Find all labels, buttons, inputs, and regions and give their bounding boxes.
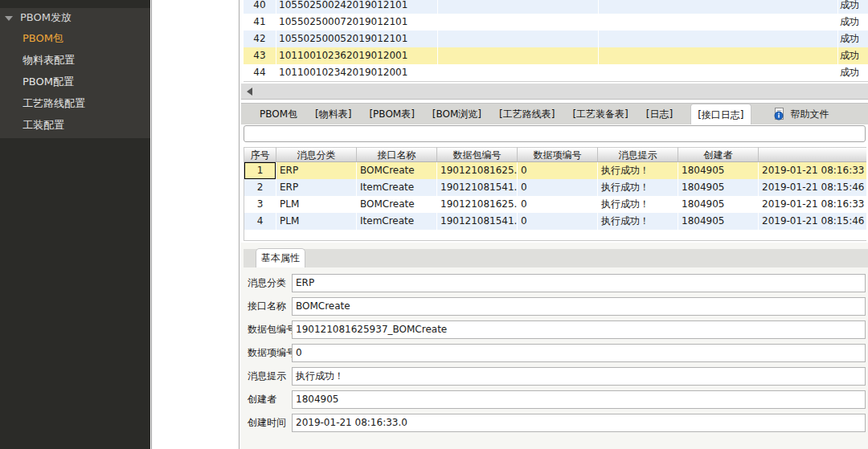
log-cell: 执行成功！	[598, 162, 678, 179]
tab[interactable]: [PBOM表]	[369, 108, 414, 121]
field-value-input[interactable]: 0	[292, 344, 866, 362]
release-table-cell: 44	[244, 64, 276, 81]
log-cell: ItemCreate	[357, 179, 437, 196]
release-table-cell: 105502500072019012101	[276, 14, 438, 31]
release-table-cell: 43	[244, 47, 276, 64]
release-table: 40105502500242019012101成功411055025000720…	[244, 0, 868, 82]
tab[interactable]: [工艺装备表]	[572, 108, 628, 121]
help-file-label: 帮助文件	[791, 108, 829, 121]
tab-bar: PBOM包[物料表][PBOM表][BOM浏览][工艺路线表][工艺装备表][日…	[241, 103, 868, 124]
sidebar-item[interactable]: 物料表配置	[0, 49, 150, 71]
log-column-header[interactable]: 序号	[244, 147, 276, 162]
sidebar-item[interactable]: PBOM配置	[0, 71, 150, 92]
release-table-cell	[599, 31, 838, 47]
field-label: 数据项编号	[248, 344, 292, 362]
sidebar-group-label: PBOM发放	[20, 11, 72, 23]
release-table-cell	[599, 64, 838, 81]
log-cell: ERP	[276, 179, 357, 196]
detail-panel: 基本属性 消息分类ERP接口名称BOMCreate数据包编号1901210816…	[241, 243, 868, 449]
log-cell: 190121081625...	[437, 196, 518, 213]
field-label: 创建时间	[248, 414, 292, 432]
log-row[interactable]: 2ERPItemCreate190121081541...0执行成功！18049…	[244, 179, 866, 196]
log-table-header: 序号消息分类接口名称数据包编号数据项编号消息提示创建者	[244, 147, 866, 162]
log-cell: ERP	[276, 162, 357, 179]
field-value-input[interactable]: 190121081625937_BOMCreate	[292, 320, 866, 339]
help-document-info-icon	[773, 108, 786, 120]
detail-field-row: 消息分类ERP	[248, 274, 868, 292]
release-table-cell: 成功	[838, 14, 867, 31]
tab[interactable]: [工艺路线表]	[499, 108, 555, 121]
sidebar-item[interactable]: 工艺路线配置	[0, 92, 150, 114]
log-cell: 2019-01-21 08:15:46	[759, 179, 866, 196]
log-cell: 1804905	[678, 196, 759, 213]
tab[interactable]: [接口日志]	[690, 104, 751, 124]
log-cell: BOMCreate	[357, 162, 437, 179]
detail-field-row: 数据包编号190121081625937_BOMCreate	[248, 320, 868, 339]
detail-field-row: 消息提示执行成功！	[248, 367, 868, 386]
log-column-header[interactable]: 消息分类	[276, 147, 357, 162]
log-cell: 0	[518, 179, 598, 196]
log-column-header[interactable]: 创建者	[678, 147, 759, 162]
release-table-cell	[599, 14, 838, 31]
detail-field-row: 数据项编号0	[248, 344, 868, 362]
field-label: 数据包编号	[248, 320, 292, 339]
log-row[interactable]: 3PLMBOMCreate190121081625...0执行成功！180490…	[244, 196, 866, 213]
collapse-arrow-icon[interactable]	[5, 16, 13, 21]
tab[interactable]: [物料表]	[315, 108, 351, 121]
release-table-row[interactable]: 42105502500052019012101成功	[244, 31, 868, 47]
release-table-row[interactable]: 40105502500242019012101成功	[244, 0, 868, 14]
release-table-cell: 41	[244, 14, 276, 31]
log-cell: 3	[244, 196, 276, 213]
sidebar-menu: PBOM发放 PBOM包物料表配置PBOM配置工艺路线配置工装配置	[0, 8, 150, 138]
field-value-input[interactable]: ERP	[292, 274, 866, 292]
sidebar-item[interactable]: 工装配置	[0, 114, 150, 136]
tab[interactable]: PBOM包	[260, 108, 297, 121]
filter-input[interactable]	[244, 125, 866, 142]
release-table-row[interactable]: 41105502500072019012101成功	[244, 14, 868, 31]
field-label: 创建者	[248, 390, 292, 409]
field-label: 接口名称	[248, 297, 292, 316]
log-cell: 执行成功！	[598, 179, 678, 196]
log-cell: 1804905	[678, 213, 759, 230]
log-row[interactable]: 1ERPBOMCreate190121081625...0执行成功！180490…	[244, 162, 866, 179]
detail-tab-strip	[244, 249, 868, 267]
horizontal-scrollbar[interactable]	[241, 84, 868, 100]
log-column-header[interactable]	[759, 147, 866, 162]
log-column-header[interactable]: 数据项编号	[518, 147, 598, 162]
release-table-cell: 成功	[838, 31, 867, 47]
detail-fields: 消息分类ERP接口名称BOMCreate数据包编号190121081625937…	[248, 274, 868, 437]
release-table-cell	[438, 47, 599, 64]
log-cell: ItemCreate	[357, 213, 437, 230]
release-table-cell: 105502500052019012101	[276, 31, 438, 47]
field-value-input[interactable]: 1804905	[292, 390, 866, 409]
help-file-button[interactable]: 帮助文件	[773, 108, 829, 121]
tab[interactable]: [BOM浏览]	[432, 108, 481, 121]
sidebar-item[interactable]: PBOM包	[0, 27, 150, 49]
sidebar-group-pbom-release[interactable]: PBOM发放	[0, 8, 150, 27]
log-cell: BOMCreate	[357, 196, 437, 213]
log-row[interactable]: 4PLMItemCreate190121081541...0执行成功！18049…	[244, 213, 866, 230]
field-value-input[interactable]: 2019-01-21 08:16:33.0	[292, 414, 866, 432]
release-table-row[interactable]: 43101100102362019012001成功	[244, 47, 868, 64]
log-column-header[interactable]: 接口名称	[357, 147, 437, 162]
sidebar: PBOM发放 PBOM包物料表配置PBOM配置工艺路线配置工装配置	[0, 0, 150, 449]
field-label: 消息分类	[248, 274, 292, 292]
release-table-cell: 40	[244, 0, 276, 14]
log-cell: 2019-01-21 08:16:33	[759, 196, 866, 213]
tab[interactable]: [日志]	[646, 108, 673, 121]
log-cell: 1804905	[678, 162, 759, 179]
field-value-input[interactable]: BOMCreate	[292, 297, 866, 316]
release-table-cell	[438, 14, 599, 31]
field-value-input[interactable]: 执行成功！	[292, 367, 866, 386]
scroll-left-button[interactable]	[241, 84, 257, 99]
log-column-header[interactable]: 数据包编号	[437, 147, 518, 162]
release-table-cell: 101100102362019012001	[276, 47, 438, 64]
interface-log-table: 序号消息分类接口名称数据包编号数据项编号消息提示创建者 1ERPBOMCreat…	[244, 147, 866, 241]
log-cell: 190121081625...	[437, 162, 518, 179]
log-column-header[interactable]: 消息提示	[598, 147, 678, 162]
release-table-cell	[438, 0, 599, 14]
log-cell: 1804905	[678, 179, 759, 196]
tab-basic-properties[interactable]: 基本属性	[256, 248, 305, 267]
release-table-cell: 105502500242019012101	[276, 0, 438, 14]
release-table-row[interactable]: 44101100102342019012001成功	[244, 64, 868, 81]
